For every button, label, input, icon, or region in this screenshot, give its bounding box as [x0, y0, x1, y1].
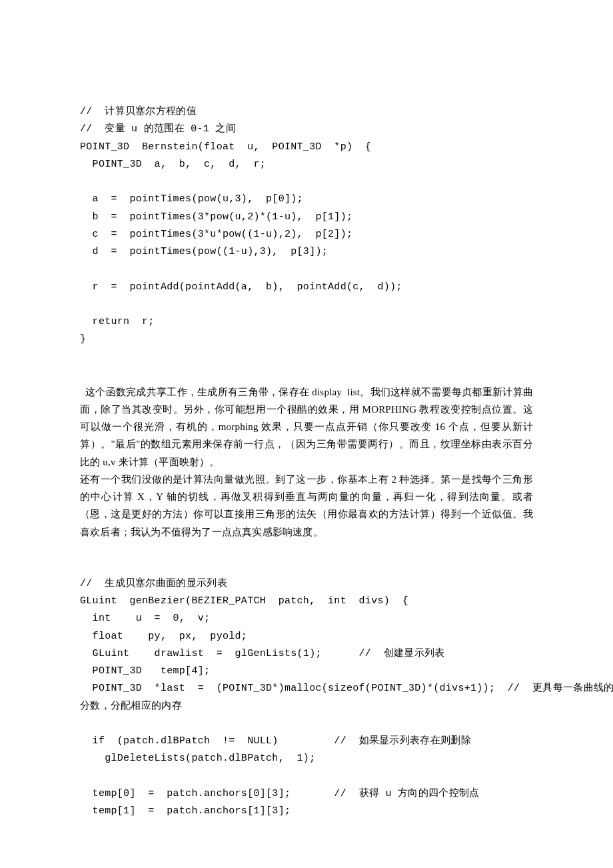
code-block-genbezier: // 生成贝塞尔曲面的显示列表 GLuint genBezier(BEZIER_…: [80, 575, 533, 821]
spacer: [80, 349, 533, 383]
prose-paragraph-2: 还有一个我们没做的是计算法向量做光照。到了这一步，你基本上有 2 种选择。第一是…: [80, 471, 533, 541]
code-block-bernstein: // 计算贝塞尔方程的值 // 变量 u 的范围在 0-1 之间 POINT_3…: [80, 103, 533, 349]
document-page: // 计算贝塞尔方程的值 // 变量 u 的范围在 0-1 之间 POINT_3…: [0, 0, 613, 868]
prose-paragraph-1: 这个函数完成共享工作，生成所有三角带，保存在 display list。我们这样…: [80, 383, 533, 471]
spacer: [80, 541, 533, 575]
